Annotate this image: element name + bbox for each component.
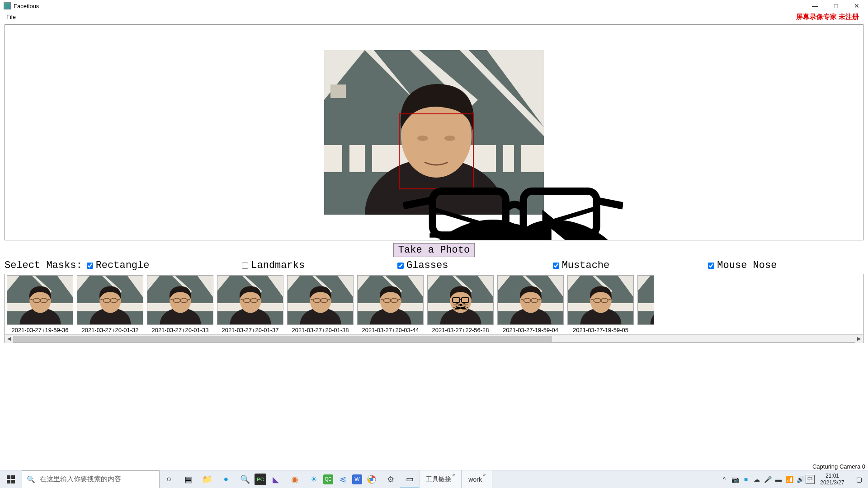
mask-label-glasses: Glasses [406,260,448,271]
task-view-icon[interactable]: ▤ [179,470,198,488]
chevron-icon: » [451,472,455,477]
mask-checkbox-mousenose[interactable] [708,263,714,269]
taskbar-toolbar-work[interactable]: work » [462,470,492,488]
mask-select-label: Select Masks: [5,260,82,271]
svg-rect-101 [11,475,15,479]
svg-rect-103 [11,480,15,483]
taskbar-app-icon[interactable]: ▭ [400,470,419,488]
scroll-left-button[interactable]: ◀ [5,335,13,343]
mask-option-rectangle[interactable]: Rectangle [87,260,242,271]
app-icon [4,2,11,9]
settings-icon[interactable]: ⚙ [381,470,400,488]
action-center-icon[interactable]: ▢ [850,476,868,483]
taskbar-app-icon[interactable]: ☀ [304,470,323,488]
mask-label-landmarks: Landmarks [251,260,305,271]
mask-checkbox-glasses[interactable] [397,263,404,269]
window-titlebar: Facetious — □ ✕ [0,0,868,12]
pycharm-icon[interactable]: PC [255,474,266,485]
svg-rect-9 [365,145,372,172]
file-explorer-icon[interactable]: 📁 [198,470,217,488]
svg-rect-6 [330,84,346,98]
close-button[interactable]: ✕ [846,0,867,12]
start-button[interactable] [0,470,22,488]
tray-chevron-up-icon[interactable]: ^ [719,470,730,488]
camera-preview-frame [5,24,863,240]
mask-option-glasses[interactable]: Glasses [397,260,553,271]
mask-option-mousenose[interactable]: Mouse Nose [708,260,863,271]
scroll-handle[interactable] [13,336,552,342]
thumbnail-item[interactable]: 2021-03-27-19-59-05 [567,275,634,334]
thumbnail-caption: 2021-03-27+20-01-37 [217,325,283,334]
firefox-icon[interactable]: ◉ [285,470,304,488]
mask-checkbox-landmarks[interactable] [242,263,248,269]
tray-camera-icon[interactable]: 📷 [730,470,741,488]
take-photo-button[interactable]: Take a Photo [393,243,475,257]
thumbnail-item[interactable]: 2021-03-27+20-01-33 [147,275,213,334]
vscode-icon[interactable]: ⪗ [333,470,352,488]
svg-rect-100 [7,475,10,479]
mouse-cursor-icon [492,210,712,240]
thumbnail-item[interactable]: 2021-03-27-19-59-04 [497,275,564,334]
menu-file[interactable]: File [3,13,19,21]
recorder-watermark: 屏幕录像专家 未注册 [796,13,859,21]
thumbnail-caption: 2021-03-27+19-59-36 [7,325,73,334]
thumbnail-image [287,275,354,325]
thumbnail-item[interactable] [637,275,654,334]
cortana-icon[interactable]: ○ [160,470,179,488]
thumbnail-item[interactable]: 2021-03-27+22-56-28 [427,275,494,334]
wps-icon[interactable]: W [352,474,362,484]
thumbnail-caption: 2021-03-27-19-59-04 [497,325,564,334]
thumbnail-item[interactable]: 2021-03-27+20-01-37 [217,275,283,334]
thumbnail-item[interactable]: 2021-03-27+20-01-32 [77,275,143,334]
tray-app-icon[interactable]: ■ [741,470,751,488]
thumbnail-caption: 2021-03-27+20-01-33 [147,325,213,334]
svg-rect-102 [7,480,10,483]
taskbar-app-icon[interactable]: ● [217,470,236,488]
thumbnail-caption: 2021-03-27-19-59-05 [567,325,634,334]
clock-date: 2021/3/27 [816,479,848,486]
thumbnail-item[interactable]: 2021-03-27+19-59-36 [7,275,73,334]
thumbnail-image [7,275,73,325]
svg-rect-8 [342,145,349,172]
camera-preview [324,50,544,215]
thumbnail-image [497,275,564,325]
mask-label-rectangle: Rectangle [96,260,150,271]
mask-checkbox-mustache[interactable] [553,263,559,269]
maximize-button[interactable]: □ [826,0,846,12]
tray-cloud-icon[interactable]: ☁ [751,470,762,488]
thumbnail-image [637,275,654,325]
thumbnail-item[interactable]: 2021-03-27+20-03-44 [357,275,424,334]
thumbnail-image [567,275,634,325]
taskbar-app-icon[interactable]: 🔍 [236,470,255,488]
svg-rect-96 [638,303,654,311]
search-icon: 🔍 [27,475,35,483]
mask-option-mustache[interactable]: Mustache [553,260,708,271]
tray-microphone-icon[interactable]: 🎤 [762,470,773,488]
chevron-icon: » [482,472,486,477]
scroll-right-button[interactable]: ▶ [855,335,863,343]
taskbar-clock[interactable]: 21:01 2021/3/27 [815,471,850,488]
thumbnail-caption: 2021-03-27+20-03-44 [357,325,424,334]
tray-wifi-icon[interactable]: 📶 [784,470,795,488]
thumbnail-image [217,275,283,325]
mask-label-mustache: Mustache [562,260,610,271]
taskbar-toolbar-toollink[interactable]: 工具链接 » [419,470,462,488]
mask-checkbox-rectangle[interactable] [87,263,93,269]
tray-volume-icon[interactable]: 🔊 [795,470,806,488]
thumbnail-scrollbar[interactable]: ◀ ▶ [5,334,863,343]
thumbnail-caption: 2021-03-27+20-01-32 [77,325,143,334]
visual-studio-icon[interactable]: ◣ [266,470,285,488]
status-text: Capturing Camera 0 [812,463,865,470]
minimize-button[interactable]: — [805,0,826,12]
chrome-icon[interactable] [362,470,381,488]
scroll-track[interactable] [13,335,855,343]
tray-ime-icon[interactable]: 中 [806,475,815,484]
take-photo-row: Take a Photo [0,241,868,260]
mask-option-landmarks[interactable]: Landmarks [242,260,397,271]
tray-device-icon[interactable]: ▬ [773,470,784,488]
taskbar-app-icon[interactable]: QC [323,474,333,484]
mask-label-mousenose: Mouse Nose [717,260,777,271]
thumbnail-caption: 2021-03-27+22-56-28 [427,325,494,334]
taskbar-search[interactable]: 🔍 在这里输入你要搜索的内容 [22,470,160,488]
thumbnail-item[interactable]: 2021-03-27+20-01-38 [287,275,354,334]
